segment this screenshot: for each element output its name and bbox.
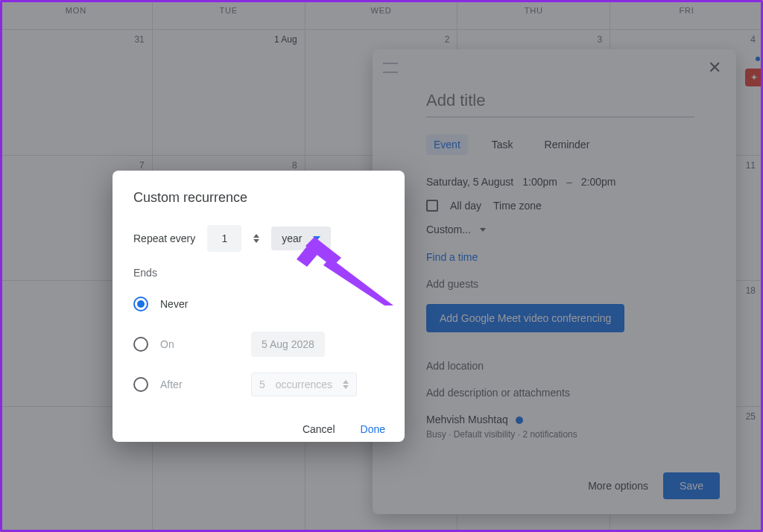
ends-after-label: After <box>160 379 197 390</box>
occurrences-stepper[interactable] <box>343 380 349 389</box>
custom-recurrence-dialog: Custom recurrence Repeat every 1 year En… <box>113 171 405 442</box>
stepper-up-icon[interactable] <box>253 234 259 238</box>
chevron-down-icon <box>313 236 320 241</box>
done-button[interactable]: Done <box>359 417 387 441</box>
stepper-down-icon[interactable] <box>343 385 349 389</box>
repeat-interval-input[interactable]: 1 <box>207 225 241 252</box>
dialog-title: Custom recurrence <box>133 190 387 206</box>
cancel-button[interactable]: Cancel <box>301 417 337 441</box>
ends-on-date-input[interactable]: 5 Aug 2028 <box>251 332 325 357</box>
repeat-every-label: Repeat every <box>133 232 195 244</box>
ends-on-radio[interactable] <box>133 337 148 352</box>
stepper-down-icon[interactable] <box>253 239 259 243</box>
ends-after-occurrences-input[interactable]: 5 occurrences <box>251 373 357 396</box>
ends-never-label: Never <box>160 298 188 310</box>
ends-after-radio[interactable] <box>133 377 148 392</box>
interval-stepper[interactable] <box>253 234 259 243</box>
ends-never-radio[interactable] <box>133 297 148 311</box>
ends-label: Ends <box>133 267 387 279</box>
ends-on-label: On <box>160 338 197 350</box>
repeat-unit-dropdown[interactable]: year <box>271 227 330 250</box>
stepper-up-icon[interactable] <box>343 380 349 384</box>
occurrences-label: occurrences <box>276 379 332 390</box>
repeat-unit-value: year <box>282 232 302 244</box>
occurrences-count: 5 <box>259 379 265 390</box>
